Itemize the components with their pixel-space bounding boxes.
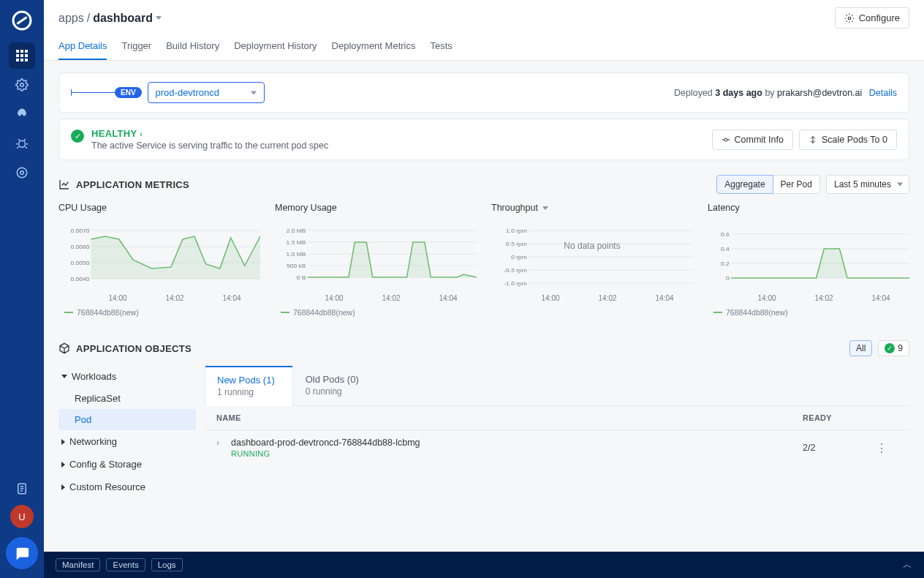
chevron-right-icon	[61, 484, 65, 490]
svg-rect-4	[16, 54, 19, 57]
breadcrumb-root[interactable]: apps	[58, 12, 84, 25]
chevron-right-icon[interactable]: ›	[216, 438, 227, 448]
health-status[interactable]: HEALTHY ›	[91, 128, 328, 139]
svg-point-11	[19, 140, 26, 147]
deployed-by-label: by	[765, 88, 774, 98]
health-desc: The active Service is serving traffic to…	[91, 140, 328, 151]
breadcrumb: apps / dashboard	[58, 12, 162, 25]
footer-logs[interactable]: Logs	[151, 558, 183, 571]
avatar[interactable]: U	[10, 505, 34, 528]
old-pods-label: Old Pods (0)	[306, 374, 359, 385]
filter-healthy[interactable]: ✓ 9	[878, 340, 909, 356]
tree-pod[interactable]: Pod	[58, 409, 196, 430]
col-name-header: NAME	[216, 413, 803, 422]
details-link[interactable]: Details	[869, 88, 897, 98]
footer-bar: Manifest Events Logs ︿	[44, 552, 924, 578]
nav-settings-icon[interactable]	[9, 159, 35, 186]
footer-events[interactable]: Events	[106, 558, 145, 571]
memory-chart: Memory Usage 2.0 MB1.5 MB1.0 MB500 kB0 B	[275, 203, 477, 317]
kebab-menu-icon[interactable]: ⋮	[876, 441, 898, 455]
nav-gear-icon[interactable]	[9, 72, 35, 98]
svg-point-13	[17, 168, 27, 178]
throughput-chart: Throughput No data points 1.0 rpm0.5 rpm…	[491, 203, 693, 317]
pods-panel: New Pods (1) 1 running Old Pods (0) 0 ru…	[205, 365, 909, 465]
svg-text:1.5 MB: 1.5 MB	[287, 239, 306, 246]
svg-text:0.2: 0.2	[721, 260, 730, 267]
env-select[interactable]: prod-devtroncd	[148, 82, 265, 103]
nav-doc-icon[interactable]	[9, 476, 35, 502]
env-bar: ENV prod-devtroncd Deployed 3 days ago b…	[58, 72, 909, 113]
latency-chart: Latency 0.60.40.20	[708, 203, 909, 317]
footer-manifest[interactable]: Manifest	[56, 558, 100, 571]
per-pod-button[interactable]: Per Pod	[773, 175, 820, 194]
env-line	[71, 92, 115, 93]
commit-info-button[interactable]: Commit Info	[712, 130, 793, 150]
svg-rect-9	[25, 59, 28, 61]
nav-apps-icon[interactable]	[9, 42, 35, 69]
table-row[interactable]: › dashboard-prod-devtroncd-768844db88-lc…	[205, 430, 909, 465]
tab-build-history[interactable]: Build History	[166, 34, 219, 60]
tree-networking[interactable]: Networking	[58, 430, 196, 453]
scale-pods-label: Scale Pods To 0	[822, 135, 887, 145]
tab-new-pods[interactable]: New Pods (1) 1 running	[205, 366, 293, 406]
legend-dash	[713, 312, 722, 313]
svg-text:0 rpm: 0 rpm	[511, 254, 527, 260]
svg-rect-2	[20, 50, 23, 53]
throughput-chart-title: Throughput	[491, 203, 538, 213]
legend-label: 768844db88(new)	[77, 308, 139, 317]
svg-text:0.6: 0.6	[721, 231, 730, 238]
nav-bug-icon[interactable]	[9, 130, 35, 157]
tab-app-details[interactable]: App Details	[58, 34, 107, 60]
chevron-up-icon[interactable]: ︿	[903, 558, 912, 571]
svg-text:0.0050: 0.0050	[71, 260, 90, 266]
configure-label: Configure	[859, 12, 900, 23]
charts-row: CPU Usage 0.00700.00600.00500.0040	[44, 203, 924, 334]
commit-info-label: Commit Info	[735, 135, 784, 145]
content: ENV prod-devtroncd Deployed 3 days ago b…	[44, 61, 924, 578]
commit-icon	[722, 135, 730, 144]
new-pods-sub: 1 running	[217, 387, 275, 397]
svg-text:0.0060: 0.0060	[71, 244, 90, 250]
nav-rocket-icon[interactable]	[9, 101, 35, 127]
svg-text:500 kB: 500 kB	[287, 263, 306, 269]
deployed-ago: 3 days ago	[715, 88, 762, 98]
tree-replicaset[interactable]: ReplicaSet	[58, 388, 196, 409]
svg-text:0: 0	[726, 275, 730, 282]
tab-deployment-history[interactable]: Deployment History	[234, 34, 317, 60]
deployed-prefix: Deployed	[674, 88, 713, 98]
chat-icon[interactable]	[6, 537, 38, 569]
tree-custom-resource[interactable]: Custom Resource	[58, 476, 196, 498]
pod-name: dashboard-prod-devtroncd-768844db88-lcbm…	[231, 438, 420, 448]
tab-tests[interactable]: Tests	[430, 34, 452, 60]
svg-point-12	[20, 171, 24, 175]
tree-workloads[interactable]: Workloads	[58, 365, 196, 388]
svg-point-15	[848, 17, 851, 20]
tab-old-pods[interactable]: Old Pods (0) 0 running	[293, 366, 377, 406]
svg-text:1.0 rpm: 1.0 rpm	[506, 228, 527, 234]
svg-text:0.0070: 0.0070	[71, 228, 90, 234]
svg-rect-8	[20, 59, 23, 61]
aggregate-button[interactable]: Aggregate	[716, 175, 773, 194]
chevron-down-icon	[61, 375, 67, 378]
configure-button[interactable]: Configure	[835, 7, 909, 29]
col-ready-header: READY	[803, 413, 876, 422]
tree-config-storage[interactable]: Config & Storage	[58, 453, 196, 476]
svg-point-10	[20, 83, 24, 87]
check-circle-icon: ✓	[885, 343, 895, 353]
chevron-down-icon[interactable]	[156, 16, 162, 20]
svg-text:2.0 MB: 2.0 MB	[287, 228, 306, 234]
scale-pods-button[interactable]: Scale Pods To 0	[799, 130, 897, 150]
new-pods-label: New Pods (1)	[217, 375, 275, 386]
pod-ready: 2/2	[803, 443, 876, 453]
tab-trigger[interactable]: Trigger	[121, 34, 151, 60]
chevron-right-icon	[61, 462, 65, 468]
logo[interactable]	[10, 9, 34, 32]
time-range-select[interactable]: Last 5 minutes	[826, 175, 909, 194]
chevron-down-icon[interactable]	[542, 206, 548, 210]
svg-rect-5	[20, 54, 23, 57]
objects-tree: Workloads ReplicaSet Pod Networking Conf…	[58, 365, 205, 498]
tab-deployment-metrics[interactable]: Deployment Metrics	[332, 34, 416, 60]
svg-text:-0.5 rpm: -0.5 rpm	[504, 267, 527, 274]
filter-all[interactable]: All	[849, 340, 872, 356]
header: apps / dashboard Configure App Details T…	[44, 0, 924, 61]
